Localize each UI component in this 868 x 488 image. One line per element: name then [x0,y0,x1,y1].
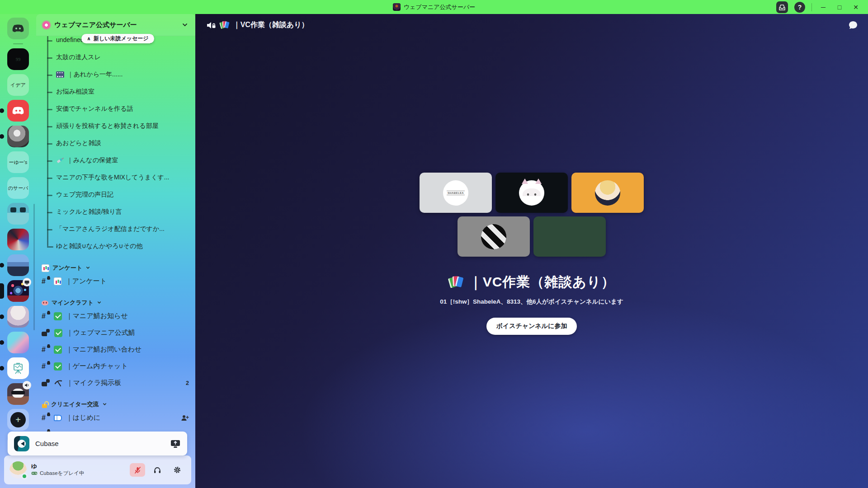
thread-item[interactable]: 「マニアさんラジオ配信まだですか... [47,221,195,238]
thread-label: 太鼓の達人スレ [56,53,101,61]
channel-item[interactable]: ｜マイクラ掲示板2 [42,375,195,391]
thread-label: あおどらと雑談 [56,139,101,147]
join-voice-button[interactable]: ボイスチャンネルに参加 [486,318,577,335]
server-name: ウェブマニア公式サーバー [54,21,182,29]
invite-member-icon[interactable] [181,414,189,422]
check-emoji-icon [54,346,62,354]
rail-item-server-red-art[interactable] [7,229,29,250]
server-red-discord-avatar [7,100,29,122]
channel-label: ｜マニア鯖お問い合わせ [66,345,189,354]
main-area: ｜VC作業（雑談あり） SHABELEA ｜VC作業（雑談あり） 01［!shw… [195,14,868,488]
channel-scroll-area[interactable]: undefinedの日記(のんびりな何か)太鼓の達人スレ｜あれから一年.....… [36,36,195,488]
maximize-button[interactable]: □ [835,4,844,11]
participant-tile-shabelea-logo[interactable]: SHABELEA [420,173,492,213]
minimize-button[interactable]: ─ [818,4,828,11]
thread-item[interactable]: ｜みんなの保健室 [47,152,195,169]
unread-indicator-dot [0,134,4,139]
chevron-down-icon [102,401,107,408]
rail-item-server-anime-blue[interactable] [7,332,29,353]
unread-indicator-dot [0,263,4,267]
thread-item[interactable]: ウェブ完理の声日記 [47,186,195,203]
channel-item[interactable]: ｜ウェブマニア公式鯖 [42,324,195,341]
new-unread-pill[interactable]: ∧ 新しい未読メッセージ [81,34,154,43]
thread-item[interactable]: お悩み相談室 [47,83,195,100]
user-activity-text: Cubaseをプレイ中 [40,470,84,477]
pickaxe-emoji-icon [54,379,62,387]
rail-server-label: 99 [16,56,21,62]
plus-icon: + [10,412,26,427]
rail-item-server-astronaut[interactable] [7,126,29,147]
thread-item[interactable]: 安価でチャンネルを作る話 [47,100,195,117]
check-emoji-icon [54,312,62,320]
thread-item[interactable]: ｜あれから一年...... [47,66,195,83]
thread-item[interactable]: 太鼓の達人スレ [47,49,195,66]
mic-muted-button[interactable] [130,463,145,477]
rail-item-server-99[interactable]: 99 [7,48,29,70]
user-info[interactable]: ゆ Cubaseをプレイ中 [31,463,125,477]
participant-avatar: SHABELEA [443,180,468,206]
category-header[interactable]: マインクラフト [42,299,195,307]
hash-channel-lock-icon: # [42,312,50,321]
hash-channel-lock-icon: # [42,413,50,422]
rail-item-add-server[interactable]: + [7,409,29,431]
voice-channel-title: ｜VC作業（雑談あり） [448,273,615,291]
channel-item[interactable]: #｜アンケート [42,273,195,290]
rail-item-server-webmania[interactable] [7,280,29,302]
thread-list: undefinedの日記(のんびりな何か)太鼓の達人スレ｜あれから一年.....… [47,36,195,255]
channel-item[interactable]: #｜ゲーム内チャット [42,358,195,375]
server-red-art-avatar [7,229,29,250]
settings-gear-icon[interactable] [170,463,185,477]
participant-tile-cat-girl[interactable] [495,173,568,213]
thread-item[interactable]: ゆと雑談∪なんかやろ∪その他 [47,238,195,255]
rail-scrollbar[interactable] [33,204,35,330]
rail-item-server-suit[interactable] [7,254,29,276]
activity-app-name: Cubase [35,440,164,447]
participant-tiles: SHABELEA [420,173,644,257]
rail-server-label: ーゆー's [9,159,28,166]
inbox-icon[interactable] [776,1,788,13]
rail-item-server-anime-white[interactable] [7,306,29,328]
thread-label: お悩み相談室 [56,88,94,96]
category-header[interactable]: クリエイター交流 [42,400,195,408]
category-label: クリエイター交流 [51,400,99,408]
participant-tile-anime-girl-orange[interactable] [571,173,644,213]
channel-item[interactable]: #｜マニア鯖お知らせ [42,308,195,324]
server-rail: 99イデアーゆー'sのサーバ+ [0,14,36,488]
deafen-button[interactable] [150,463,165,477]
tile-row: SHABELEA [420,173,644,213]
close-button[interactable]: ✕ [851,4,861,11]
rail-item-server-teal-face[interactable] [7,203,29,225]
unread-indicator-dot [0,108,4,113]
help-icon[interactable]: ? [794,2,805,13]
participant-tile-planet[interactable] [533,216,606,257]
category-header[interactable]: アンケート [42,264,195,272]
thread-item[interactable]: あおどらと雑談 [47,135,195,152]
chat-bubble-icon[interactable] [848,20,858,30]
window-titlebar: ウェブマニア公式サーバー ? ─ □ ✕ [0,0,868,14]
books-emoji-icon [220,21,229,29]
rail-item-server-idea[interactable]: イデア [7,74,29,96]
syringe-emoji-icon [56,157,64,164]
rail-item-server-no-saba[interactable]: のサーバ [7,177,29,199]
rail-item-server-red-discord[interactable] [7,100,29,122]
rail-server-label: イデア [10,82,26,89]
server-99-avatar: 99 [7,48,29,70]
rail-item-server-skull-glasses[interactable] [7,383,29,405]
channel-item[interactable]: #｜マニア鯖お問い合わせ [42,341,195,358]
server-header[interactable]: ウェブマニア公式サーバー [36,14,195,36]
rail-item-discord-home[interactable] [7,18,29,39]
thread-item[interactable]: 頑張りを投稿すると称賛される部屋 [47,117,195,135]
participant-tile-striped-logo[interactable] [458,216,530,257]
rail-divider [13,43,23,44]
rail-item-server-yu[interactable]: ーゆー's [7,151,29,173]
thread-item[interactable]: ミックルと雑談/独り言 [47,203,195,221]
channel-item[interactable]: #｜はじめに [42,409,195,426]
rail-item-server-easel[interactable] [7,357,29,379]
user-avatar[interactable] [9,461,27,479]
voice-channel-view: SHABELEA ｜VC作業（雑談あり） 01［!shw］ShabeleA、83… [195,36,868,488]
thread-item[interactable]: マニアの下手な歌をMIXしてうまくす... [47,169,195,186]
stream-share-icon[interactable] [170,439,181,449]
channel-label: ｜はじめに [66,413,177,422]
server-no-saba-avatar: のサーバ [7,177,29,199]
voice-badge-icon [23,381,31,389]
